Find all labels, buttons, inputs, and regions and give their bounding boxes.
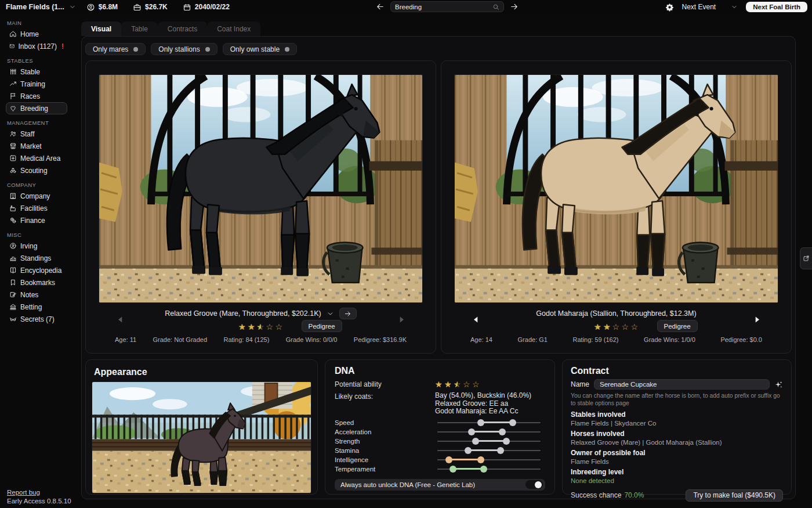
sidebar-item[interactable]: Notes (6, 289, 67, 301)
gear-icon[interactable] (665, 3, 674, 12)
stat-value: Grade: G1 (518, 336, 548, 343)
filter-chip[interactable]: Only own stable (223, 43, 297, 55)
star-icon: ☆★ (248, 322, 256, 332)
sidebar-item-icon (9, 279, 17, 286)
dna-stat-label: Stamina (335, 447, 437, 454)
dna-slider-row: Temperament (335, 464, 545, 474)
success-chance-value: 70.0% (624, 491, 644, 499)
swap-arrow-button[interactable] (339, 308, 357, 319)
sidebar-item[interactable]: Company (6, 190, 67, 202)
filter-chip[interactable]: Only mares (85, 43, 146, 55)
sidebar-item[interactable]: Staff (6, 128, 67, 140)
tab-bar: Visual Table Contracts Coat Index (81, 21, 812, 36)
report-bug-link[interactable]: Report bug (7, 489, 71, 496)
sidebar-item-icon (9, 167, 17, 174)
sidebar-item[interactable]: Inbox (1127) ! (6, 40, 67, 52)
horses-involved-label: Horses involved (571, 430, 783, 438)
tab[interactable]: Coat Index (207, 21, 260, 36)
sidebar-item-icon (9, 192, 17, 200)
star-icon: ☆★ (631, 322, 639, 332)
sidebar-item[interactable]: Encyclopedia (6, 264, 67, 276)
sidebar-item-icon (9, 105, 17, 112)
name-helper-text: You can change the name after the horse … (571, 392, 783, 408)
owner-value: Flame Fields (571, 458, 783, 465)
date-value: 2040/02/22 (195, 3, 230, 11)
star-icon: ☆★ (276, 322, 284, 332)
sidebar-item[interactable]: Races (6, 90, 67, 102)
sidebar-item[interactable]: Scouting (6, 164, 67, 176)
sidebar-item[interactable]: Standings (6, 252, 67, 264)
sidebar-item[interactable]: Irving (6, 240, 67, 252)
forward-button[interactable] (510, 2, 519, 11)
filter-chip[interactable]: Only stallions (151, 43, 217, 55)
stable-switcher[interactable]: Flame Fields (1... (6, 3, 76, 11)
search-input[interactable] (395, 3, 489, 10)
sidebar-item-icon (9, 80, 17, 88)
range-dot-low (465, 447, 472, 454)
range-dot-high (480, 466, 487, 473)
auto-unlock-dna-toggle[interactable] (525, 480, 543, 489)
generate-name-sparkle-icon[interactable] (774, 380, 783, 389)
sidebar-item[interactable]: Stable (6, 66, 67, 78)
inbox-alert-badge: ! (61, 42, 64, 51)
make-foal-button[interactable]: Try to make foal ($490.5K) (686, 489, 783, 502)
tab[interactable]: Visual (81, 21, 121, 36)
mare-selector-chevron-icon[interactable] (327, 310, 334, 318)
foal-preview (92, 381, 311, 493)
sidebar-item[interactable]: Training (6, 78, 67, 90)
next-event-selector[interactable]: Next Event (682, 3, 738, 11)
tab[interactable]: Table (121, 21, 158, 36)
salary-display: $26.7K (133, 3, 168, 12)
sidebar-item[interactable]: Medical Area (6, 152, 67, 164)
dna-stat-label: Speed (335, 419, 437, 426)
chevron-down-icon (731, 3, 738, 10)
range-dot-high (509, 419, 516, 426)
stallion-stats: Age: 14 Grade: G1 Rating: 59 (162) Grade… (441, 334, 791, 343)
tab[interactable]: Contracts (158, 21, 207, 36)
mare-pedigree-button[interactable]: Pedigree (302, 320, 342, 332)
mare-star-rating: ☆★☆★☆★☆★☆★ (238, 322, 284, 332)
date-display: 2040/02/22 (183, 3, 230, 12)
star-icon: ☆★ (612, 322, 621, 332)
sidebar-item[interactable]: Betting (6, 301, 67, 313)
sidebar-item[interactable]: Breeding (6, 102, 67, 114)
money-value: $6.8M (99, 3, 118, 11)
sidebar-item[interactable]: Facilities (6, 202, 67, 214)
next-mare-button[interactable] (397, 315, 406, 324)
main-area: Visual Table Contracts Coat Index Only m… (81, 14, 812, 508)
dna-range-track (437, 456, 541, 464)
dna-slider-row: Strength (335, 437, 545, 446)
prev-stallion-button[interactable] (472, 315, 480, 324)
sidebar-item-icon (9, 130, 17, 138)
foal-name-input[interactable] (594, 379, 770, 390)
coat-line: Bay (54.0%), Buckskin (46.0%) (435, 392, 545, 400)
sidebar-item-icon (9, 266, 17, 274)
sidebar-item[interactable]: Home (6, 28, 67, 40)
star-icon: ☆★ (238, 322, 246, 332)
next-foal-birth-button[interactable]: Next Foal Birth (746, 2, 807, 12)
appearance-panel: Appearance (85, 359, 318, 495)
sidebar-item[interactable]: Market (6, 140, 67, 152)
sidebar-item[interactable]: Finance (6, 214, 67, 226)
prev-mare-button[interactable] (116, 315, 125, 324)
next-stallion-button[interactable] (753, 315, 762, 324)
stallion-pedigree-button[interactable]: Pedigree (657, 320, 698, 332)
stat-value: Grade Wins: 1/0/0 (644, 336, 695, 343)
dna-range-track (437, 428, 541, 436)
back-button[interactable] (376, 2, 385, 11)
section-title: MAIN (7, 20, 66, 26)
side-drawer-button[interactable] (800, 247, 812, 269)
calendar-icon (183, 3, 191, 12)
potential-ability-label: Potential ability (335, 380, 435, 388)
sidebar-item-icon (9, 303, 17, 311)
person-circle-icon (86, 3, 95, 12)
search-box[interactable] (390, 1, 504, 12)
stat-value: Grade Wins: 0/0/0 (286, 336, 338, 343)
sidebar-item[interactable]: Bookmarks (6, 276, 67, 289)
sidebar-item[interactable]: Secrets (7) (6, 313, 67, 325)
contract-panel: Contract Name You can change the name af… (562, 359, 792, 495)
dna-stat-label: Intelligence (335, 456, 437, 463)
search-icon (492, 3, 499, 10)
star-icon: ☆★ (444, 380, 452, 389)
sidebar-item-icon (9, 254, 17, 262)
